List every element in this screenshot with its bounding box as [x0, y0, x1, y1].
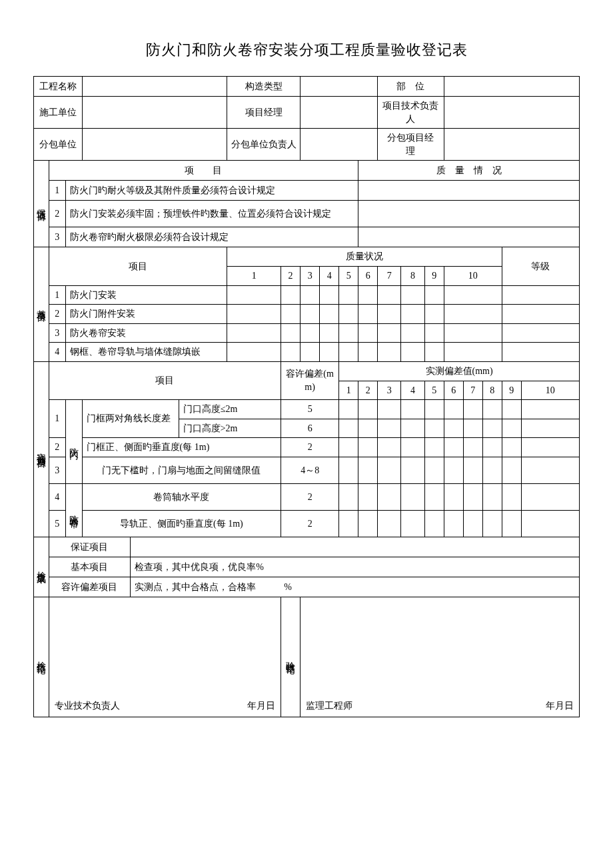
value-tech-leader[interactable] [444, 97, 579, 129]
tol-cell[interactable] [521, 457, 579, 483]
basic-cell[interactable] [444, 305, 502, 324]
basic-cell[interactable] [301, 323, 320, 343]
tol-cell[interactable] [463, 438, 482, 457]
basic-cell[interactable] [378, 285, 401, 305]
basic-cell[interactable] [320, 285, 339, 305]
tol-cell[interactable] [424, 483, 444, 510]
tol-cell[interactable] [378, 400, 401, 419]
value-subcontractor-leader[interactable] [301, 129, 378, 161]
basic-cell[interactable] [358, 343, 378, 362]
tol-cell[interactable] [401, 457, 424, 483]
tol-cell[interactable] [444, 419, 463, 438]
basic-cell[interactable] [281, 343, 301, 362]
tol-cell[interactable] [463, 483, 482, 510]
basic-cell[interactable] [339, 285, 358, 305]
tol-cell[interactable] [424, 400, 444, 419]
basic-cell[interactable] [281, 285, 301, 305]
basic-cell[interactable] [227, 323, 281, 343]
tol-cell[interactable] [444, 438, 463, 457]
value-project-name[interactable] [82, 77, 227, 97]
guarantee-result-2[interactable] [358, 201, 580, 227]
tol-cell[interactable] [482, 483, 502, 510]
tol-cell[interactable] [401, 400, 424, 419]
tol-cell[interactable] [339, 483, 358, 510]
tol-cell[interactable] [502, 457, 521, 483]
tol-cell[interactable] [482, 400, 502, 419]
basic-cell[interactable] [301, 285, 320, 305]
basic-cell[interactable] [378, 343, 401, 362]
tol-cell[interactable] [339, 510, 358, 537]
tol-cell[interactable] [358, 438, 378, 457]
tol-cell[interactable] [482, 457, 502, 483]
tol-cell[interactable] [378, 457, 401, 483]
tol-cell[interactable] [424, 438, 444, 457]
basic-grade-1[interactable] [502, 285, 579, 305]
tol-cell[interactable] [378, 483, 401, 510]
basic-cell[interactable] [281, 323, 301, 343]
basic-cell[interactable] [444, 323, 502, 343]
tol-cell[interactable] [502, 400, 521, 419]
accept-conclusion-area[interactable]: 监理工程师 年月日 [301, 597, 580, 717]
tol-cell[interactable] [463, 510, 482, 537]
basic-cell[interactable] [444, 343, 502, 362]
tol-cell[interactable] [444, 457, 463, 483]
basic-cell[interactable] [401, 343, 424, 362]
basic-cell[interactable] [320, 323, 339, 343]
tol-cell[interactable] [401, 483, 424, 510]
basic-cell[interactable] [320, 305, 339, 324]
tol-cell[interactable] [358, 457, 378, 483]
guarantee-result-1[interactable] [358, 181, 580, 201]
tol-cell[interactable] [444, 483, 463, 510]
value-construction-unit[interactable] [82, 97, 227, 129]
basic-cell[interactable] [339, 343, 358, 362]
tol-cell[interactable] [502, 438, 521, 457]
basic-cell[interactable] [424, 285, 444, 305]
tol-cell[interactable] [339, 457, 358, 483]
tol-cell[interactable] [339, 438, 358, 457]
basic-cell[interactable] [339, 305, 358, 324]
tol-cell[interactable] [521, 419, 579, 438]
tol-cell[interactable] [463, 400, 482, 419]
value-structure-type[interactable] [301, 77, 378, 97]
basic-cell[interactable] [301, 343, 320, 362]
basic-cell[interactable] [401, 323, 424, 343]
basic-cell[interactable] [378, 305, 401, 324]
basic-cell[interactable] [301, 305, 320, 324]
tol-cell[interactable] [502, 510, 521, 537]
basic-grade-2[interactable] [502, 305, 579, 324]
guarantee-result-3[interactable] [358, 227, 580, 247]
basic-cell[interactable] [358, 285, 378, 305]
basic-cell[interactable] [444, 285, 502, 305]
tol-cell[interactable] [424, 510, 444, 537]
tol-cell[interactable] [463, 419, 482, 438]
tol-cell[interactable] [339, 400, 358, 419]
basic-cell[interactable] [227, 305, 281, 324]
tol-cell[interactable] [401, 419, 424, 438]
value-subcontractor[interactable] [82, 129, 227, 161]
basic-grade-3[interactable] [502, 323, 579, 343]
basic-cell[interactable] [358, 323, 378, 343]
tol-cell[interactable] [378, 438, 401, 457]
tol-cell[interactable] [401, 438, 424, 457]
tol-cell[interactable] [482, 419, 502, 438]
tol-cell[interactable] [358, 400, 378, 419]
tol-cell[interactable] [521, 400, 579, 419]
tol-cell[interactable] [444, 400, 463, 419]
tol-cell[interactable] [401, 510, 424, 537]
value-location[interactable] [444, 77, 579, 97]
tol-cell[interactable] [521, 510, 579, 537]
basic-cell[interactable] [227, 285, 281, 305]
basic-cell[interactable] [378, 323, 401, 343]
tol-cell[interactable] [502, 483, 521, 510]
basic-cell[interactable] [339, 323, 358, 343]
tol-cell[interactable] [463, 457, 482, 483]
tol-cell[interactable] [424, 457, 444, 483]
basic-cell[interactable] [424, 305, 444, 324]
tol-cell[interactable] [358, 419, 378, 438]
tol-cell[interactable] [444, 510, 463, 537]
tol-cell[interactable] [424, 419, 444, 438]
tol-cell[interactable] [482, 510, 502, 537]
tol-cell[interactable] [521, 483, 579, 510]
tol-cell[interactable] [339, 419, 358, 438]
results-r1-value[interactable] [131, 537, 580, 557]
